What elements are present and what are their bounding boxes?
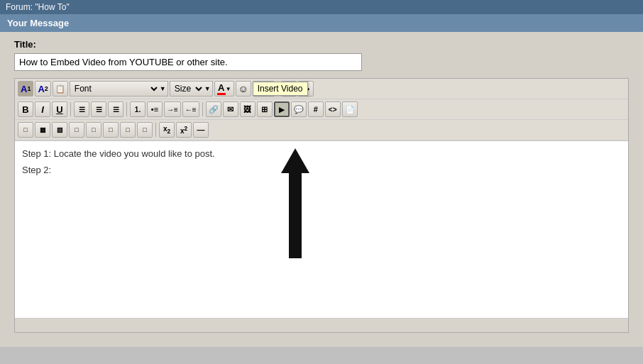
- row3-btn-5[interactable]: □: [86, 122, 101, 138]
- underline-btn[interactable]: U: [52, 101, 67, 117]
- insert-video-container: ▶ Insert Video: [274, 101, 290, 117]
- link-btn[interactable]: 🔗: [206, 101, 221, 117]
- code2-btn[interactable]: 📄: [342, 101, 358, 117]
- title-input[interactable]: [14, 53, 362, 71]
- separator-4: [202, 102, 203, 116]
- bold-btn[interactable]: B: [18, 101, 33, 117]
- hash-btn[interactable]: #: [308, 101, 324, 117]
- quote-btn[interactable]: 💬: [291, 101, 307, 117]
- ul-btn[interactable]: •≡: [147, 101, 163, 117]
- format-btn-2[interactable]: A 2: [35, 81, 50, 96]
- align-center-btn[interactable]: ☰: [91, 101, 106, 117]
- font-select[interactable]: Font Arial Courier New Times New Roman V…: [70, 82, 160, 96]
- indent-btn[interactable]: →≡: [164, 101, 181, 117]
- row3-btn-7[interactable]: □: [120, 122, 136, 138]
- row3-btn-3[interactable]: ▧: [52, 122, 67, 138]
- toolbar-row-2: B I U ☰ ☰ ☰ 1. •≡: [15, 99, 628, 120]
- image-btn[interactable]: 🖼: [240, 101, 255, 117]
- separator-2: [70, 102, 71, 116]
- row3-btn-6[interactable]: □: [103, 122, 119, 138]
- ol-btn[interactable]: 1.: [130, 101, 145, 117]
- color-btn[interactable]: A ▼: [214, 81, 234, 96]
- align-left-btn[interactable]: ☰: [74, 101, 89, 117]
- paste-btn[interactable]: 📋: [53, 81, 68, 96]
- separator-5: [155, 123, 156, 137]
- your-message-header: Your Message: [0, 14, 643, 32]
- row3-btn-2[interactable]: ▦: [35, 122, 50, 138]
- row3-btn-4[interactable]: □: [69, 122, 84, 138]
- size-dropdown-wrapper: Size 81012 141618 ▼: [170, 81, 213, 96]
- toolbar-row-3: □ ▦ ▧ □ □ □ □ □ x2 x2 —: [15, 120, 628, 140]
- outdent-btn[interactable]: ←≡: [182, 101, 199, 117]
- editor-content[interactable]: Step 1: Locate the video you would like …: [15, 140, 628, 318]
- row3-btn-1[interactable]: □: [18, 122, 33, 138]
- tooltip-box: Insert Video: [253, 82, 308, 96]
- code-btn[interactable]: <>: [325, 101, 341, 117]
- size-select[interactable]: Size 81012 141618: [170, 82, 204, 96]
- row3-btn-8[interactable]: □: [137, 122, 153, 138]
- toolbar-row-1: A 1 A 2 📋 Font Arial Courier New Times N…: [15, 79, 628, 99]
- smiley-btn[interactable]: ☺: [236, 81, 251, 96]
- italic-btn[interactable]: I: [35, 101, 50, 117]
- font-dropdown-wrapper: Font Arial Courier New Times New Roman V…: [70, 81, 168, 96]
- tooltip-text: Insert Video: [258, 84, 303, 94]
- table-btn[interactable]: ⊞: [257, 101, 273, 117]
- align-right-btn[interactable]: ☰: [108, 101, 123, 117]
- title-label: Title:: [14, 39, 629, 50]
- hr-btn[interactable]: —: [193, 122, 209, 138]
- subscript-btn[interactable]: x2: [159, 122, 175, 138]
- email-btn[interactable]: ✉: [223, 101, 238, 117]
- arrow-shaft: [289, 173, 302, 258]
- editor-line-2: Step 2:: [22, 165, 621, 175]
- forum-bar: Forum: "How To": [0, 0, 643, 14]
- superscript-btn[interactable]: x2: [176, 122, 192, 138]
- editor-line-1: Step 1: Locate the video you would like …: [22, 148, 621, 159]
- forum-bar-text: Forum: "How To": [6, 2, 70, 12]
- separator-3: [126, 102, 127, 116]
- editor-bottom-bar: [15, 318, 628, 332]
- format-btn-1[interactable]: A 1: [18, 81, 33, 96]
- insert-video-btn[interactable]: ▶: [274, 101, 290, 117]
- your-message-label: Your Message: [7, 18, 69, 28]
- editor-container: A 1 A 2 📋 Font Arial Courier New Times N…: [14, 78, 629, 333]
